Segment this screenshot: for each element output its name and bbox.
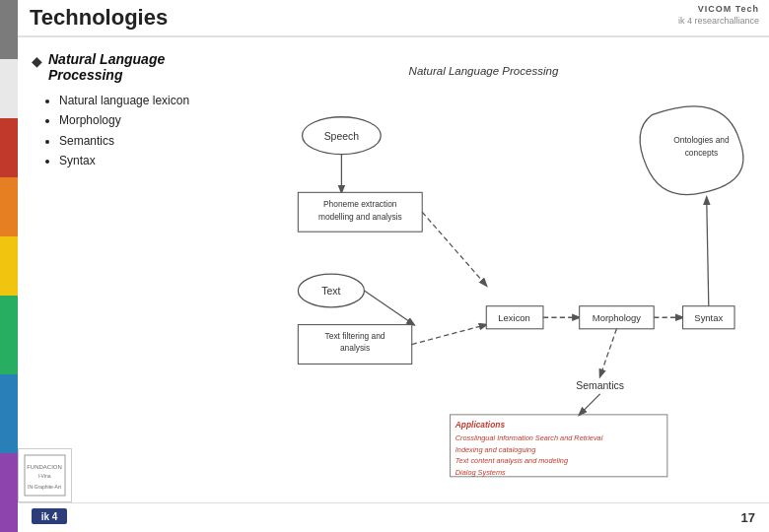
svg-text:Dialog Systems: Dialog Systems	[455, 468, 506, 477]
diagram-svg: Natural Language Processing Speech Phone…	[248, 47, 755, 493]
bottom-left-logo: FUNDACION I-Vina IN-Graphite-Art	[18, 448, 72, 502]
bar-seg-6	[0, 296, 18, 374]
svg-text:Phoneme extraction: Phoneme extraction	[323, 199, 397, 209]
svg-line-34	[580, 394, 600, 415]
svg-text:Ontologies and: Ontologies and	[673, 135, 730, 145]
bullet-item-3: Semantics	[59, 131, 239, 151]
svg-line-27	[707, 198, 709, 306]
svg-text:Syntax: Syntax	[694, 312, 723, 323]
left-bar	[0, 0, 18, 532]
svg-text:Lexicon: Lexicon	[498, 312, 530, 323]
section-title: Natural Language Processing	[48, 51, 239, 83]
page-number: 17	[741, 510, 755, 525]
svg-text:Text content analysis and mode: Text content analysis and modeling	[455, 456, 569, 465]
svg-text:Indexing and cataloguing: Indexing and cataloguing	[455, 445, 536, 454]
svg-text:I-Vina: I-Vina	[38, 473, 51, 479]
text-panel: ◆ Natural Language Processing Natural la…	[32, 47, 239, 493]
svg-text:FUNDACION: FUNDACION	[27, 464, 62, 470]
logo-area: VICOM Tech ik 4 researchalliance	[678, 4, 759, 26]
bullet-item-1: Natural language lexicon	[59, 91, 239, 110]
svg-text:IN-Graphite-Art: IN-Graphite-Art	[28, 484, 62, 490]
bar-seg-8	[0, 453, 18, 532]
main-content: ◆ Natural Language Processing Natural la…	[18, 37, 769, 502]
arrow-icon: ◆	[32, 53, 42, 69]
bar-seg-1	[0, 0, 18, 59]
svg-text:Applications: Applications	[454, 420, 506, 430]
svg-text:Semantics: Semantics	[576, 380, 624, 391]
svg-text:Natural Language Processing: Natural Language Processing	[409, 65, 559, 77]
svg-text:concepts: concepts	[685, 148, 719, 158]
bar-seg-4	[0, 177, 18, 236]
bar-seg-2	[0, 59, 18, 118]
page-header: Technologies	[18, 0, 769, 37]
bar-seg-5	[0, 236, 18, 296]
ik4-logo-top: ik 4 researchalliance	[678, 16, 759, 26]
svg-line-7	[422, 212, 486, 285]
footer: ik 4 17	[18, 502, 769, 532]
section-header: ◆ Natural Language Processing	[32, 51, 239, 83]
svg-text:ik 4: ik 4	[41, 511, 58, 522]
svg-text:Crosslingual Information Searc: Crosslingual Information Search and Retr…	[455, 433, 603, 442]
diagram-panel: Natural Language Processing Speech Phone…	[248, 47, 755, 493]
svg-text:Morphology: Morphology	[593, 312, 642, 323]
svg-line-24	[600, 329, 617, 376]
svg-text:Speech: Speech	[324, 131, 360, 142]
bullet-item-4: Syntax	[59, 151, 239, 170]
svg-line-10	[364, 291, 413, 325]
bar-seg-3	[0, 118, 18, 177]
svg-text:modelling and analysis: modelling and analysis	[318, 212, 402, 222]
footer-ik4: ik 4	[32, 506, 69, 530]
vicom-logo: VICOM Tech	[698, 4, 759, 14]
svg-text:analysis: analysis	[340, 343, 370, 353]
bullet-item-2: Morphology	[59, 110, 239, 130]
bullet-list: Natural language lexicon Morphology Sema…	[59, 91, 239, 171]
page-title: Technologies	[30, 5, 168, 31]
bar-seg-7	[0, 374, 18, 453]
svg-text:Text filtering and: Text filtering and	[325, 331, 385, 341]
svg-text:Text: Text	[321, 286, 340, 297]
svg-line-14	[412, 325, 487, 345]
